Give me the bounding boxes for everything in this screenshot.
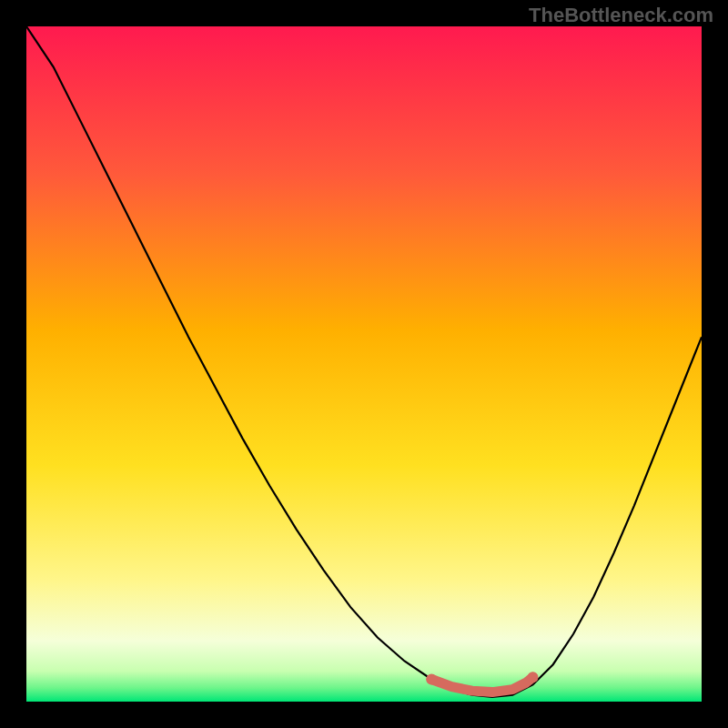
chart-svg [26,26,702,702]
highlight-marker [431,677,532,692]
chart-container: TheBottleneck.com [0,0,728,728]
marker-dot [528,672,539,682]
bottleneck-curve [26,26,702,697]
marker-dot [426,674,437,685]
plot-area [26,26,702,702]
watermark-text: TheBottleneck.com [529,4,713,27]
